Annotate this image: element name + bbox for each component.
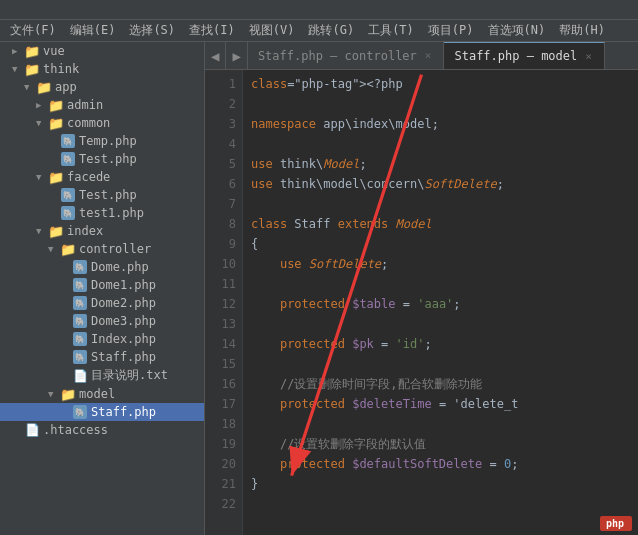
menu-item-G[interactable]: 跳转(G) xyxy=(302,20,360,41)
tree-item-model[interactable]: ▼📁model xyxy=(0,385,204,403)
code-line-17: protected $deleteTime = 'delete_t xyxy=(251,394,630,414)
code-line-13 xyxy=(251,314,630,334)
tree-label-facede: facede xyxy=(67,170,110,184)
folder-icon-facede: 📁 xyxy=(48,169,64,185)
tree-item-Dome2.php[interactable]: 🐘Dome2.php xyxy=(0,294,204,312)
line-number-15: 15 xyxy=(205,354,236,374)
tree-label-Dome3.php: Dome3.php xyxy=(91,314,156,328)
tree-label-Dome1.php: Dome1.php xyxy=(91,278,156,292)
tree-item-Staff-m.php[interactable]: 🐘Staff.php xyxy=(0,403,204,421)
menu-item-F[interactable]: 文件(F) xyxy=(4,20,62,41)
tree-label-test1.php: test1.php xyxy=(79,206,144,220)
line-number-10: 10 xyxy=(205,254,236,274)
tree-item-Dome.php[interactable]: 🐘Dome.php xyxy=(0,258,204,276)
code-line-16: //设置删除时间字段,配合软删除功能 xyxy=(251,374,630,394)
php-file-icon-Temp.php: 🐘 xyxy=(60,133,76,149)
tree-item-admin[interactable]: ▶📁admin xyxy=(0,96,204,114)
code-line-7 xyxy=(251,194,630,214)
tree-item-app[interactable]: ▼📁app xyxy=(0,78,204,96)
line-number-19: 19 xyxy=(205,434,236,454)
line-numbers: 12345678910111213141516171819202122 xyxy=(205,70,243,535)
tab-close-tab-model[interactable]: × xyxy=(583,49,594,64)
watermark-badge: php xyxy=(600,516,632,531)
tree-label-controller: controller xyxy=(79,242,151,256)
line-number-18: 18 xyxy=(205,414,236,434)
line-number-9: 9 xyxy=(205,234,236,254)
line-number-12: 12 xyxy=(205,294,236,314)
code-line-18 xyxy=(251,414,630,434)
code-line-14: protected $pk = 'id'; xyxy=(251,334,630,354)
main-layout: ▶📁vue▼📁think▼📁app▶📁admin▼📁common🐘Temp.ph… xyxy=(0,42,638,535)
code-line-20: protected $defaultSoftDelete = 0; xyxy=(251,454,630,474)
line-number-8: 8 xyxy=(205,214,236,234)
php-file-icon-Dome3.php: 🐘 xyxy=(72,313,88,329)
tree-item-think[interactable]: ▼📁think xyxy=(0,60,204,78)
tree-item-vue[interactable]: ▶📁vue xyxy=(0,42,204,60)
line-number-2: 2 xyxy=(205,94,236,114)
tree-label-Dome2.php: Dome2.php xyxy=(91,296,156,310)
tree-label-Staff-c.php: Staff.php xyxy=(91,350,156,364)
tree-arrow-facede: ▼ xyxy=(36,172,48,182)
code-line-15 xyxy=(251,354,630,374)
tree-item-controller[interactable]: ▼📁controller xyxy=(0,240,204,258)
tab-nav-left[interactable]: ◀ xyxy=(205,42,226,69)
tab-nav-right[interactable]: ▶ xyxy=(226,42,247,69)
tree-label-Dome.php: Dome.php xyxy=(91,260,149,274)
tree-item-index[interactable]: ▼📁index xyxy=(0,222,204,240)
php-file-icon-Dome1.php: 🐘 xyxy=(72,277,88,293)
tree-label-Index.php: Index.php xyxy=(91,332,156,346)
menu-item-T[interactable]: 工具(T) xyxy=(362,20,420,41)
menu-item-V[interactable]: 视图(V) xyxy=(243,20,301,41)
tree-item-.htaccess[interactable]: 📄.htaccess xyxy=(0,421,204,439)
folder-icon-app: 📁 xyxy=(36,79,52,95)
sidebar[interactable]: ▶📁vue▼📁think▼📁app▶📁admin▼📁common🐘Temp.ph… xyxy=(0,42,205,535)
tree-item-test1.php[interactable]: 🐘test1.php xyxy=(0,204,204,222)
code-line-5: use think\Model; xyxy=(251,154,630,174)
tree-item-Dome1.php[interactable]: 🐘Dome1.php xyxy=(0,276,204,294)
menu-item-P[interactable]: 项目(P) xyxy=(422,20,480,41)
tree-arrow-common: ▼ xyxy=(36,118,48,128)
code-line-9: { xyxy=(251,234,630,254)
tab-tab-controller[interactable]: Staff.php — controller× xyxy=(248,42,445,69)
menu-item-I[interactable]: 查找(I) xyxy=(183,20,241,41)
line-number-7: 7 xyxy=(205,194,236,214)
menu-item-E[interactable]: 编辑(E) xyxy=(64,20,122,41)
tree-label-admin: admin xyxy=(67,98,103,112)
tree-item-common[interactable]: ▼📁common xyxy=(0,114,204,132)
tree-item-facede[interactable]: ▼📁facede xyxy=(0,168,204,186)
folder-icon-index: 📁 xyxy=(48,223,64,239)
tree-label-.htaccess: .htaccess xyxy=(43,423,108,437)
code-line-22 xyxy=(251,494,630,514)
title-bar xyxy=(0,0,638,20)
menu-item-S[interactable]: 选择(S) xyxy=(123,20,181,41)
tree-item-Dome3.php[interactable]: 🐘Dome3.php xyxy=(0,312,204,330)
tree-item-FTest.php[interactable]: 🐘Test.php xyxy=(0,186,204,204)
menu-item-N[interactable]: 首选项(N) xyxy=(482,20,552,41)
tab-close-tab-controller[interactable]: × xyxy=(423,48,434,63)
line-number-14: 14 xyxy=(205,334,236,354)
tree-arrow-model: ▼ xyxy=(48,389,60,399)
tree-item-Test.php[interactable]: 🐘Test.php xyxy=(0,150,204,168)
line-number-21: 21 xyxy=(205,474,236,494)
line-number-6: 6 xyxy=(205,174,236,194)
menu-bar: 文件(F)编辑(E)选择(S)查找(I)视图(V)跳转(G)工具(T)项目(P)… xyxy=(0,20,638,42)
tree-item-Staff-c.php[interactable]: 🐘Staff.php xyxy=(0,348,204,366)
tree-label-common: common xyxy=(67,116,110,130)
folder-icon-common: 📁 xyxy=(48,115,64,131)
tree-item-Index.php[interactable]: 🐘Index.php xyxy=(0,330,204,348)
menu-item-H[interactable]: 帮助(H) xyxy=(553,20,611,41)
php-file-icon-Dome2.php: 🐘 xyxy=(72,295,88,311)
watermark-php-icon: php xyxy=(606,518,624,529)
tab-tab-model[interactable]: Staff.php — model× xyxy=(444,42,604,69)
tree-item-Temp.php[interactable]: 🐘Temp.php xyxy=(0,132,204,150)
tree-label-model: model xyxy=(79,387,115,401)
tree-arrow-vue: ▶ xyxy=(12,46,24,56)
line-number-20: 20 xyxy=(205,454,236,474)
php-file-icon-Index.php: 🐘 xyxy=(72,331,88,347)
php-file-icon-Test.php: 🐘 xyxy=(60,151,76,167)
folder-icon-vue: 📁 xyxy=(24,43,40,59)
tree-arrow-index: ▼ xyxy=(36,226,48,236)
tree-item-mulu.txt[interactable]: 📄目录说明.txt xyxy=(0,366,204,385)
line-number-5: 5 xyxy=(205,154,236,174)
code-content[interactable]: class="php-tag"><?php namespace app\inde… xyxy=(243,70,638,535)
